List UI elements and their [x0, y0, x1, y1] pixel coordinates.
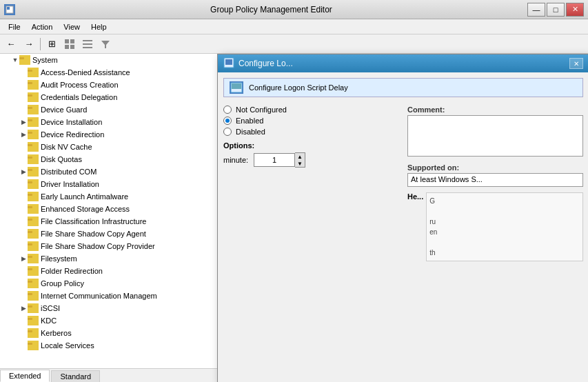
- tree-item-17[interactable]: Group Policy: [0, 277, 230, 290]
- svg-rect-41: [28, 243, 32, 245]
- folder-icon-18: [28, 291, 39, 301]
- radio-not-configured[interactable]: Not Configured: [223, 105, 399, 114]
- tree-item-label-system: System: [32, 56, 58, 64]
- folder-icon-2: [28, 92, 39, 102]
- menu-view[interactable]: View: [58, 21, 85, 32]
- radio-disabled[interactable]: Disabled: [223, 128, 399, 136]
- svg-rect-17: [28, 94, 32, 97]
- radio-circle-not-configured[interactable]: [223, 105, 232, 114]
- toolbar: ← → ⊞: [0, 34, 588, 54]
- tree-item-7[interactable]: Disk Quotas: [0, 153, 230, 165]
- tree-item-6[interactable]: Disk NV Cache: [0, 141, 230, 153]
- svg-rect-29: [28, 169, 32, 171]
- tree-item-18[interactable]: Internet Communication Managem: [0, 290, 230, 302]
- radio-enabled[interactable]: Enabled: [223, 117, 399, 125]
- radio-label-enabled: Enabled: [236, 117, 263, 125]
- view-button1[interactable]: [61, 37, 78, 52]
- tree-item-21[interactable]: Kerberos: [0, 327, 230, 339]
- dialog-close-button[interactable]: ✕: [569, 58, 583, 69]
- dialog-two-col: Not Configured Enabled Disabled Options:: [223, 105, 583, 379]
- svg-rect-11: [19, 57, 24, 59]
- tab-extended[interactable]: Extended: [0, 370, 50, 382]
- minute-input[interactable]: [254, 153, 295, 167]
- menu-action[interactable]: Action: [26, 21, 59, 32]
- tree-item-2[interactable]: Credentials Delegation: [0, 91, 230, 103]
- tree-item-19[interactable]: ▶ iSCSI: [0, 302, 230, 314]
- tree-label-22: Locale Services: [41, 341, 94, 350]
- tree-item-16[interactable]: Folder Redirection: [0, 265, 230, 277]
- svg-rect-4: [65, 45, 69, 49]
- svg-rect-37: [28, 219, 32, 221]
- tree-root-system[interactable]: ▼ System: [0, 54, 230, 66]
- folder-icon-6: [28, 142, 39, 152]
- show-hide-button[interactable]: ⊞: [43, 37, 60, 52]
- tree-item-14[interactable]: File Share Shadow Copy Provider: [0, 240, 230, 252]
- spinner-up-button[interactable]: ▲: [295, 153, 305, 160]
- tree-item-1[interactable]: Audit Process Creation: [0, 79, 230, 91]
- dialog-setting-icon: [230, 81, 243, 94]
- tree-item-13[interactable]: File Share Shadow Copy Agent: [0, 228, 230, 240]
- menu-bar: File Action View Help: [0, 19, 588, 34]
- tree-label-4: Device Installation: [41, 118, 102, 126]
- spinner-group[interactable]: ▲ ▼: [254, 152, 305, 168]
- svg-marker-9: [101, 41, 110, 48]
- folder-icon-20: [28, 316, 39, 325]
- tree-item-20[interactable]: KDC: [0, 314, 230, 327]
- forward-button[interactable]: →: [21, 37, 37, 52]
- tree-item-9[interactable]: Driver Installation: [0, 178, 230, 190]
- tab-standard[interactable]: Standard: [51, 370, 100, 382]
- back-button[interactable]: ←: [3, 37, 19, 52]
- menu-file[interactable]: File: [3, 21, 26, 32]
- dialog-title-bar: Configure Lo... ✕: [218, 54, 588, 72]
- tree-label-21: Kerberos: [41, 329, 72, 337]
- tree-item-5[interactable]: ▶ Device Redirection: [0, 128, 230, 141]
- radio-circle-disabled[interactable]: [223, 128, 232, 136]
- svg-rect-1: [7, 7, 10, 10]
- folder-icon-4: [28, 117, 39, 127]
- dialog-setting-name: Configure Logon Script Delay: [249, 83, 348, 92]
- close-button[interactable]: ✕: [566, 3, 584, 17]
- folder-icon-11: [28, 204, 39, 214]
- folder-icon-7: [28, 154, 39, 164]
- tree-label-1: Audit Process Creation: [41, 81, 119, 89]
- tree-item-22[interactable]: Locale Services: [0, 339, 230, 352]
- spinner-buttons: ▲ ▼: [295, 152, 305, 168]
- minimize-button[interactable]: —: [527, 3, 545, 17]
- tree-label-9: Driver Installation: [41, 180, 99, 188]
- folder-icon-system: [19, 55, 30, 65]
- dialog-icon: [223, 57, 234, 70]
- maximize-button[interactable]: □: [547, 3, 565, 17]
- svg-rect-49: [28, 293, 32, 295]
- comment-textarea[interactable]: [407, 115, 583, 157]
- tree-item-12[interactable]: File Classification Infrastructure: [0, 215, 230, 228]
- tree-item-10[interactable]: Early Launch Antimalware: [0, 190, 230, 203]
- folder-icon-1: [28, 80, 39, 90]
- radio-circle-enabled[interactable]: [223, 117, 232, 125]
- tree-label-19: iSCSI: [41, 304, 60, 312]
- tree-label-17: Group Policy: [41, 279, 84, 288]
- spinner-down-button[interactable]: ▼: [295, 160, 305, 167]
- tree-item-11[interactable]: Enhanced Storage Access: [0, 203, 230, 215]
- app-icon: [4, 4, 15, 15]
- folder-icon-21: [28, 328, 39, 338]
- tree-item-0[interactable]: Access-Denied Assistance: [0, 66, 230, 79]
- tree-item-8[interactable]: ▶ Distributed COM: [0, 165, 230, 178]
- tree-item-4[interactable]: ▶ Device Installation: [0, 116, 230, 128]
- svg-rect-2: [65, 39, 69, 43]
- folder-icon-22: [28, 341, 39, 350]
- folder-icon-0: [28, 68, 39, 77]
- tree-label-14: File Share Shadow Copy Provider: [41, 242, 155, 250]
- dialog-body: Configure Logon Script Delay Not Configu…: [218, 72, 588, 382]
- tree-panel[interactable]: ▼ System Access-Denied Assistance Audit …: [0, 54, 231, 368]
- window-title: Group Policy Management Editor: [15, 5, 527, 14]
- folder-icon-3: [28, 105, 39, 114]
- help-text-area: Gruenth: [426, 192, 583, 261]
- menu-help[interactable]: Help: [85, 21, 112, 32]
- filter-button[interactable]: [97, 37, 114, 52]
- view-button2[interactable]: [79, 37, 96, 52]
- svg-rect-53: [28, 318, 32, 320]
- tree-item-15[interactable]: ▶ Filesystem: [0, 252, 230, 265]
- tree-item-3[interactable]: Device Guard: [0, 103, 230, 116]
- dialog-left-col: Not Configured Enabled Disabled Options:: [223, 105, 399, 379]
- tree-label-3: Device Guard: [41, 105, 87, 114]
